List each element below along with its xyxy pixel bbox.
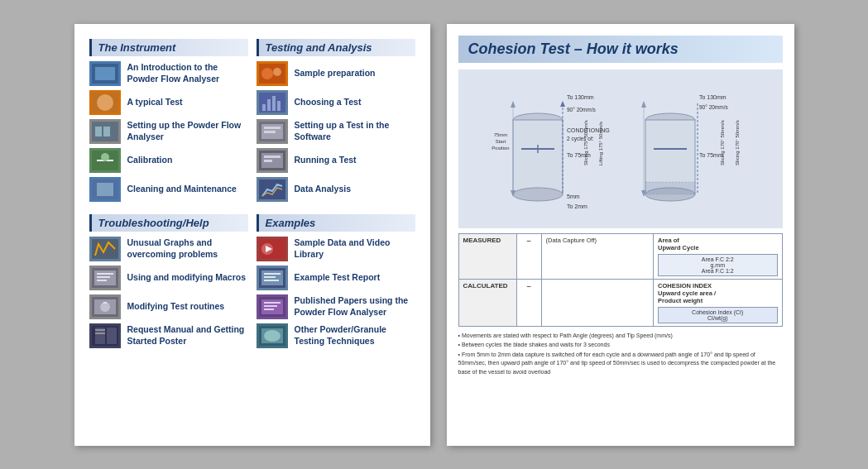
item-label: Modifying Test routines: [127, 301, 225, 313]
svg-rect-17: [267, 99, 271, 111]
svg-rect-5: [95, 127, 102, 136]
right-page: Cohesion Test – How it works To 130mm 90…: [447, 24, 794, 446]
troubleshooting-section: Troubleshooting/Help Unusual Graphs and …: [89, 214, 248, 352]
thumb-sample-prep: [257, 61, 288, 86]
list-item[interactable]: Example Test Report: [257, 266, 415, 290]
svg-text:2 cycles of:: 2 cycles of:: [567, 136, 594, 142]
svg-text:75mm: 75mm: [493, 132, 507, 137]
svg-rect-62: [513, 120, 563, 194]
list-item[interactable]: Using and modifying Macros: [89, 266, 248, 290]
svg-rect-34: [97, 280, 107, 281]
left-page: The Instrument An Introduction to the Po…: [74, 24, 430, 446]
item-label: Cleaning and Maintenance: [127, 184, 237, 195]
svg-rect-49: [264, 273, 281, 275]
svg-point-3: [97, 94, 113, 111]
list-item[interactable]: Sample Data and Video Library: [257, 237, 415, 261]
svg-rect-90: [645, 182, 695, 194]
thumb-typical: [89, 90, 121, 115]
footnote-2: Between cycles the blade shakes and wait…: [458, 341, 783, 350]
item-label: Setting up a Test in the Software: [295, 120, 415, 142]
calculated-content: [541, 279, 654, 326]
cohesion-box: Cohesion Index (CI) CI/wt(g): [658, 307, 778, 323]
troubleshooting-header: Troubleshooting/Help: [89, 214, 248, 232]
svg-text:To 2mm: To 2mm: [567, 203, 587, 209]
cohesion-diagram-svg: To 130mm 90° 20mm/s 75mm Start Position …: [463, 74, 778, 223]
svg-text:Slicing 170°  50mm/s: Slicing 170° 50mm/s: [735, 120, 740, 165]
svg-text:Position: Position: [492, 146, 509, 151]
cohesion-label: COHESION INDEX Upward cycle area / Produ…: [654, 279, 783, 326]
list-item[interactable]: An Introduction to the Powder Flow Analy…: [89, 61, 248, 86]
svg-rect-6: [103, 127, 110, 136]
svg-rect-60: [463, 74, 778, 223]
thumb-setup-test: [257, 119, 288, 144]
item-label: Sample Data and Video Library: [295, 237, 415, 260]
thumb-macros: [89, 266, 121, 290]
list-item[interactable]: Setting up the Powder Flow Analyser: [89, 119, 248, 144]
cohesion-title: Cohesion Test – How it works: [458, 36, 783, 63]
svg-text:To 130mm: To 130mm: [699, 94, 727, 100]
svg-rect-33: [97, 276, 110, 278]
list-item[interactable]: Published Papers using the Powder Flow A…: [257, 294, 415, 319]
item-label: Data Analysis: [295, 184, 351, 195]
item-label: Example Test Report: [295, 272, 381, 284]
instrument-section: The Instrument An Introduction to the Po…: [89, 39, 248, 206]
item-label: Using and modifying Macros: [127, 272, 247, 284]
list-item[interactable]: Running a Test: [257, 148, 415, 173]
svg-point-9: [101, 153, 109, 161]
thumb-calib: [89, 148, 121, 173]
thumb-data-analysis: [257, 177, 288, 202]
svg-point-14: [273, 68, 281, 76]
list-item[interactable]: Choosing a Test: [257, 90, 415, 115]
svg-rect-43: [95, 333, 105, 334]
calculated-dash: –: [516, 279, 541, 326]
thumb-running: [257, 148, 288, 173]
list-item[interactable]: Sample preparation: [257, 61, 415, 86]
item-label: Setting up the Powder Flow Analyser: [127, 120, 248, 142]
svg-text:Lifting 175°  50mm/s: Lifting 175° 50mm/s: [598, 121, 603, 165]
svg-rect-41: [107, 328, 117, 344]
svg-point-13: [261, 68, 273, 79]
list-item[interactable]: A typical Test: [89, 90, 248, 115]
svg-rect-19: [277, 101, 281, 111]
list-item[interactable]: Cleaning and Maintenance: [89, 177, 248, 202]
item-label: A typical Test: [127, 97, 183, 108]
svg-rect-26: [264, 156, 281, 158]
testing-header: Testing and Analysis: [257, 39, 415, 56]
svg-rect-54: [264, 302, 281, 304]
testing-section: Testing and Analysis Sample preparation …: [257, 39, 415, 206]
pages-container: The Instrument An Introduction to the Po…: [58, 7, 811, 462]
examples-section: Examples Sample Data and Video Library E…: [257, 214, 415, 352]
measured-content: (Data Capture Off): [541, 233, 654, 279]
item-label: Running a Test: [295, 155, 357, 166]
area-box: Area F.C 2:2 g.mm Area F.C 1:2: [658, 254, 778, 276]
item-label: Choosing a Test: [295, 97, 362, 108]
measured-label: MEASURED: [458, 233, 516, 279]
item-label: Other Powder/Granule Testing Techniques: [295, 324, 415, 347]
list-item[interactable]: Unusual Graphs and overcoming problems: [89, 237, 248, 261]
item-label: Request Manual and Getting Started Poste…: [127, 324, 248, 347]
list-item[interactable]: Calibration: [89, 148, 248, 173]
svg-text:Start: Start: [495, 139, 506, 144]
list-item[interactable]: Setting up a Test in the Software: [257, 119, 415, 144]
thumb-unusual: [89, 237, 121, 261]
svg-rect-27: [264, 160, 272, 162]
list-item[interactable]: Request Manual and Getting Started Poste…: [89, 323, 248, 348]
list-item[interactable]: Data Analysis: [257, 177, 415, 202]
svg-text:Slicing 175°  50mm/s: Slicing 175° 50mm/s: [583, 120, 588, 165]
svg-rect-16: [262, 104, 266, 111]
svg-rect-32: [97, 273, 113, 275]
item-label: Unusual Graphs and overcoming problems: [127, 237, 248, 260]
list-item[interactable]: Other Powder/Granule Testing Techniques: [257, 323, 415, 348]
cohesion-table: MEASURED – (Data Capture Off) Area of Up…: [458, 233, 783, 327]
thumb-manual: [89, 323, 121, 348]
svg-rect-11: [97, 183, 113, 196]
item-label: Sample preparation: [295, 68, 376, 79]
examples-header: Examples: [257, 214, 415, 232]
thumb-published: [257, 294, 288, 319]
list-item[interactable]: Modifying Test routines: [89, 294, 248, 319]
svg-point-59: [264, 330, 281, 342]
svg-text:To 130mm: To 130mm: [567, 94, 594, 100]
svg-rect-18: [272, 96, 276, 111]
thumb-example-report: [257, 266, 288, 290]
thumb-intro: [89, 61, 121, 86]
